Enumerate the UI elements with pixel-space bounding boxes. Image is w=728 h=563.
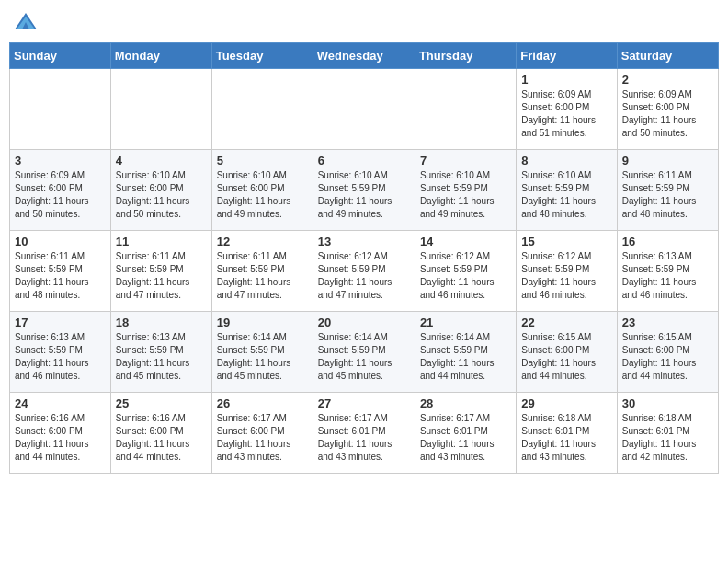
calendar-cell: 5Sunrise: 6:10 AM Sunset: 6:00 PM Daylig…	[211, 150, 313, 231]
day-info: Sunrise: 6:10 AM Sunset: 5:59 PM Dayligh…	[420, 169, 511, 221]
day-info: Sunrise: 6:17 AM Sunset: 6:01 PM Dayligh…	[318, 412, 410, 464]
day-number: 19	[217, 316, 308, 329]
day-info: Sunrise: 6:13 AM Sunset: 5:59 PM Dayligh…	[15, 331, 106, 383]
day-number: 21	[420, 316, 511, 329]
calendar-cell	[211, 69, 313, 150]
calendar-cell: 21Sunrise: 6:14 AM Sunset: 5:59 PM Dayli…	[415, 312, 516, 393]
calendar-cell: 22Sunrise: 6:15 AM Sunset: 6:00 PM Dayli…	[517, 312, 617, 393]
day-number: 29	[521, 396, 611, 410]
day-info: Sunrise: 6:10 AM Sunset: 5:59 PM Dayligh…	[318, 169, 410, 221]
day-number: 4	[116, 154, 207, 167]
day-number: 2	[622, 73, 713, 86]
day-info: Sunrise: 6:13 AM Sunset: 5:59 PM Dayligh…	[116, 331, 207, 383]
calendar-cell: 1Sunrise: 6:09 AM Sunset: 6:00 PM Daylig…	[517, 69, 617, 150]
day-number: 25	[116, 396, 207, 410]
day-number: 23	[622, 316, 713, 329]
calendar-week-row: 24Sunrise: 6:16 AM Sunset: 6:00 PM Dayli…	[10, 393, 719, 474]
calendar-cell: 15Sunrise: 6:12 AM Sunset: 5:59 PM Dayli…	[517, 231, 617, 312]
calendar-cell: 27Sunrise: 6:17 AM Sunset: 6:01 PM Dayli…	[313, 393, 415, 474]
calendar-week-row: 10Sunrise: 6:11 AM Sunset: 5:59 PM Dayli…	[10, 231, 719, 312]
calendar-cell: 25Sunrise: 6:16 AM Sunset: 6:00 PM Dayli…	[110, 393, 211, 474]
calendar-cell: 29Sunrise: 6:18 AM Sunset: 6:01 PM Dayli…	[517, 393, 617, 474]
weekday-header: Tuesday	[211, 43, 313, 69]
day-number: 10	[15, 235, 106, 248]
day-info: Sunrise: 6:18 AM Sunset: 6:01 PM Dayligh…	[622, 412, 713, 464]
calendar-cell: 17Sunrise: 6:13 AM Sunset: 5:59 PM Dayli…	[10, 312, 111, 393]
weekday-header: Monday	[110, 43, 211, 69]
day-info: Sunrise: 6:17 AM Sunset: 6:00 PM Dayligh…	[217, 412, 308, 464]
day-number: 7	[420, 154, 511, 167]
day-info: Sunrise: 6:14 AM Sunset: 5:59 PM Dayligh…	[318, 331, 410, 383]
day-number: 12	[217, 235, 308, 248]
weekday-header: Saturday	[617, 43, 718, 69]
day-info: Sunrise: 6:09 AM Sunset: 6:00 PM Dayligh…	[521, 88, 611, 140]
calendar-cell: 8Sunrise: 6:10 AM Sunset: 5:59 PM Daylig…	[517, 150, 617, 231]
calendar-cell: 26Sunrise: 6:17 AM Sunset: 6:00 PM Dayli…	[211, 393, 313, 474]
calendar-week-row: 17Sunrise: 6:13 AM Sunset: 5:59 PM Dayli…	[10, 312, 719, 393]
day-info: Sunrise: 6:10 AM Sunset: 5:59 PM Dayligh…	[521, 169, 611, 221]
calendar-cell: 4Sunrise: 6:10 AM Sunset: 6:00 PM Daylig…	[110, 150, 211, 231]
calendar-cell: 11Sunrise: 6:11 AM Sunset: 5:59 PM Dayli…	[110, 231, 211, 312]
day-number: 5	[217, 154, 308, 167]
day-number: 22	[521, 316, 611, 329]
day-number: 9	[622, 154, 713, 167]
day-info: Sunrise: 6:15 AM Sunset: 6:00 PM Dayligh…	[622, 331, 713, 383]
calendar-week-row: 1Sunrise: 6:09 AM Sunset: 6:00 PM Daylig…	[10, 69, 719, 150]
day-number: 15	[521, 235, 611, 248]
day-number: 17	[15, 316, 106, 329]
day-info: Sunrise: 6:11 AM Sunset: 5:59 PM Dayligh…	[15, 250, 106, 302]
day-info: Sunrise: 6:13 AM Sunset: 5:59 PM Dayligh…	[622, 250, 713, 302]
calendar-cell: 20Sunrise: 6:14 AM Sunset: 5:59 PM Dayli…	[313, 312, 415, 393]
day-number: 28	[420, 396, 511, 410]
day-info: Sunrise: 6:12 AM Sunset: 5:59 PM Dayligh…	[318, 250, 410, 302]
calendar-cell	[415, 69, 516, 150]
logo-icon	[13, 9, 39, 35]
day-number: 14	[420, 235, 511, 248]
calendar-cell: 30Sunrise: 6:18 AM Sunset: 6:01 PM Dayli…	[617, 393, 718, 474]
day-number: 30	[622, 396, 713, 410]
weekday-header: Sunday	[10, 43, 111, 69]
calendar-cell: 18Sunrise: 6:13 AM Sunset: 5:59 PM Dayli…	[110, 312, 211, 393]
weekday-header: Thursday	[415, 43, 516, 69]
calendar-week-row: 3Sunrise: 6:09 AM Sunset: 6:00 PM Daylig…	[10, 150, 719, 231]
calendar-cell	[110, 69, 211, 150]
day-info: Sunrise: 6:18 AM Sunset: 6:01 PM Dayligh…	[521, 412, 611, 464]
calendar-cell: 3Sunrise: 6:09 AM Sunset: 6:00 PM Daylig…	[10, 150, 111, 231]
day-info: Sunrise: 6:14 AM Sunset: 5:59 PM Dayligh…	[420, 331, 511, 383]
calendar-cell: 6Sunrise: 6:10 AM Sunset: 5:59 PM Daylig…	[313, 150, 415, 231]
calendar-cell	[313, 69, 415, 150]
day-number: 18	[116, 316, 207, 329]
calendar-cell: 14Sunrise: 6:12 AM Sunset: 5:59 PM Dayli…	[415, 231, 516, 312]
day-info: Sunrise: 6:16 AM Sunset: 6:00 PM Dayligh…	[116, 412, 207, 464]
calendar-cell: 24Sunrise: 6:16 AM Sunset: 6:00 PM Dayli…	[10, 393, 111, 474]
day-info: Sunrise: 6:09 AM Sunset: 6:00 PM Dayligh…	[622, 88, 713, 140]
day-number: 16	[622, 235, 713, 248]
day-number: 8	[521, 154, 611, 167]
day-info: Sunrise: 6:17 AM Sunset: 6:01 PM Dayligh…	[420, 412, 511, 464]
calendar-cell	[10, 69, 111, 150]
day-number: 27	[318, 396, 410, 410]
day-number: 13	[318, 235, 410, 248]
day-info: Sunrise: 6:12 AM Sunset: 5:59 PM Dayligh…	[521, 250, 611, 302]
day-info: Sunrise: 6:10 AM Sunset: 6:00 PM Dayligh…	[116, 169, 207, 221]
day-info: Sunrise: 6:16 AM Sunset: 6:00 PM Dayligh…	[15, 412, 106, 464]
day-number: 3	[15, 154, 106, 167]
calendar-cell: 16Sunrise: 6:13 AM Sunset: 5:59 PM Dayli…	[617, 231, 718, 312]
calendar-cell: 9Sunrise: 6:11 AM Sunset: 5:59 PM Daylig…	[617, 150, 718, 231]
day-number: 6	[318, 154, 410, 167]
weekday-header: Friday	[517, 43, 617, 69]
day-info: Sunrise: 6:11 AM Sunset: 5:59 PM Dayligh…	[622, 169, 713, 221]
day-info: Sunrise: 6:10 AM Sunset: 6:00 PM Dayligh…	[217, 169, 308, 221]
calendar-cell: 7Sunrise: 6:10 AM Sunset: 5:59 PM Daylig…	[415, 150, 516, 231]
calendar-cell: 12Sunrise: 6:11 AM Sunset: 5:59 PM Dayli…	[211, 231, 313, 312]
day-info: Sunrise: 6:12 AM Sunset: 5:59 PM Dayligh…	[420, 250, 511, 302]
calendar-cell: 2Sunrise: 6:09 AM Sunset: 6:00 PM Daylig…	[617, 69, 718, 150]
day-number: 1	[521, 73, 611, 86]
day-info: Sunrise: 6:15 AM Sunset: 6:00 PM Dayligh…	[521, 331, 611, 383]
calendar-cell: 10Sunrise: 6:11 AM Sunset: 5:59 PM Dayli…	[10, 231, 111, 312]
day-number: 24	[15, 396, 106, 410]
calendar-table: SundayMondayTuesdayWednesdayThursdayFrid…	[9, 42, 719, 474]
day-number: 20	[318, 316, 410, 329]
day-info: Sunrise: 6:11 AM Sunset: 5:59 PM Dayligh…	[116, 250, 207, 302]
day-info: Sunrise: 6:11 AM Sunset: 5:59 PM Dayligh…	[217, 250, 308, 302]
